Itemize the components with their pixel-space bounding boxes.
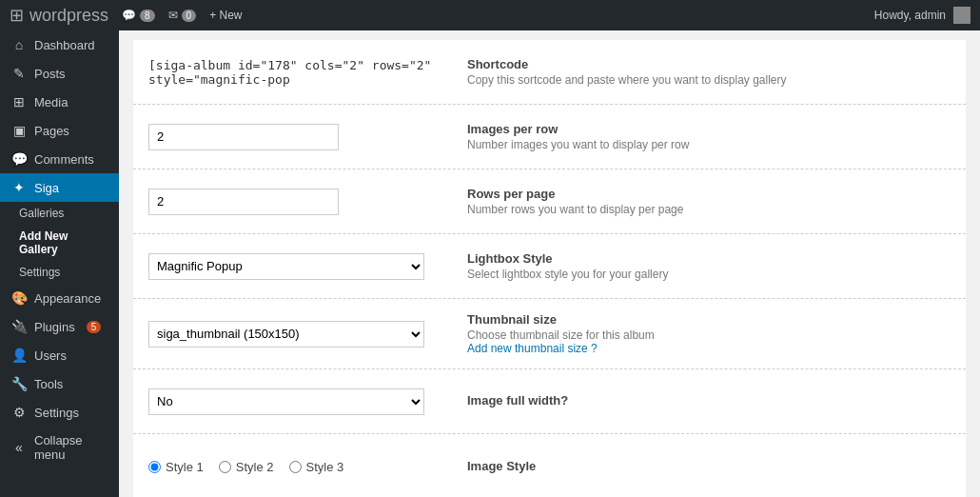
lightbox-style-select[interactable]: Magnific Popup FancyBox None (148, 253, 424, 280)
rows-per-page-row: Rows per page Number rows you want to di… (133, 169, 966, 234)
images-per-row-right: Images per row Number images you want to… (452, 105, 966, 169)
radio-style2-label: Style 2 (236, 460, 274, 474)
sidebar-item-dashboard[interactable]: ⌂ Dashboard (0, 30, 119, 59)
full-width-right: Image full width? (452, 369, 966, 433)
appearance-icon: 🎨 (11, 290, 27, 306)
sidebar-item-pages[interactable]: ▣ Pages (0, 116, 119, 145)
shortcode-desc: Copy this sortcode and paste where you w… (467, 73, 951, 87)
sidebar-item-settings-main[interactable]: ⚙ Settings (0, 398, 119, 427)
radio-style1-label: Style 1 (166, 460, 204, 474)
sidebar: ⌂ Dashboard ✎ Posts ⊞ Media ▣ Pages 💬 Co… (0, 30, 119, 497)
add-thumbnail-link[interactable]: Add new thumbnail size ? (467, 342, 951, 355)
content-area: [siga-album id="178" cols="2" rows="2" s… (119, 30, 980, 497)
thumbnail-size-left: siga_thumbnail (150x150) thumbnail (150x… (133, 299, 452, 368)
sidebar-item-plugins[interactable]: 🔌 Plugins 5 (0, 312, 119, 341)
lightbox-style-desc: Select lightbox style you for your galle… (467, 268, 951, 281)
thumbnail-size-select[interactable]: siga_thumbnail (150x150) thumbnail (150x… (148, 321, 424, 348)
radio-style1[interactable]: Style 1 (148, 460, 204, 474)
full-width-row: No Yes Image full width? (133, 369, 966, 434)
shortcode-right: Shortcode Copy this sortcode and paste w… (452, 40, 966, 104)
radio-style2-input[interactable] (219, 461, 231, 473)
sidebar-label-appearance: Appearance (34, 291, 101, 306)
form-table: [siga-album id="178" cols="2" rows="2" s… (133, 40, 966, 497)
sidebar-label-comments: Comments (34, 152, 94, 167)
sidebar-subitem-settings[interactable]: Settings (0, 261, 119, 284)
wp-logo[interactable]: ⊞ wordpress (10, 5, 108, 26)
collapse-icon: « (11, 440, 27, 455)
avatar (953, 7, 970, 24)
image-style-right: Image Style (452, 434, 966, 497)
image-style-row: Style 1 Style 2 Style 3 Image Style (133, 434, 966, 497)
topbar-left: ⊞ wordpress 💬 8 ✉ 0 + New (10, 5, 859, 26)
siga-icon: ✦ (11, 180, 27, 195)
posts-icon: ✎ (11, 66, 27, 81)
media-icon: ⊞ (11, 94, 27, 109)
radio-style1-input[interactable] (148, 461, 161, 473)
sidebar-item-users[interactable]: 👤 Users (0, 341, 119, 369)
sidebar-subitem-galleries[interactable]: Galleries (0, 202, 119, 225)
radio-style3-input[interactable] (289, 461, 302, 473)
images-per-row-left (133, 105, 452, 169)
howdy-label: Howdy, admin (874, 9, 946, 22)
new-label: + New (209, 9, 242, 22)
sidebar-label-posts: Posts (34, 67, 66, 81)
full-width-label: Image full width? (467, 393, 951, 408)
sidebar-item-media[interactable]: ⊞ Media (0, 88, 119, 116)
image-style-radio-group: Style 1 Style 2 Style 3 (148, 460, 343, 474)
rows-per-page-desc: Number rows you want to display per page (467, 203, 951, 216)
dashboard-icon: ⌂ (11, 37, 27, 52)
sidebar-label-media: Media (34, 95, 68, 109)
site-name[interactable]: wordpress (29, 6, 108, 26)
sidebar-item-tools[interactable]: 🔧 Tools (0, 369, 119, 398)
messages-count: 0 (182, 10, 197, 22)
pages-icon: ▣ (11, 123, 27, 138)
full-width-select[interactable]: No Yes (148, 388, 424, 415)
radio-style3[interactable]: Style 3 (289, 460, 344, 474)
images-per-row-spinner (148, 124, 339, 150)
message-icon: ✉ (168, 9, 178, 22)
shortcode-row: [siga-album id="178" cols="2" rows="2" s… (133, 40, 966, 105)
sidebar-item-posts[interactable]: ✎ Posts (0, 59, 119, 88)
thumbnail-size-desc: Choose thumbnail size for this album (467, 328, 951, 342)
plugins-icon: 🔌 (11, 319, 27, 334)
sidebar-subitem-add-new-gallery[interactable]: Add New Gallery (0, 225, 119, 261)
radio-style2[interactable]: Style 2 (219, 460, 274, 474)
main-wrapper: ⌂ Dashboard ✎ Posts ⊞ Media ▣ Pages 💬 Co… (0, 30, 980, 497)
image-style-label: Image Style (467, 459, 951, 473)
shortcode-left: [siga-album id="178" cols="2" rows="2" s… (133, 40, 452, 104)
new-button[interactable]: + New (209, 9, 242, 22)
full-width-left: No Yes (133, 369, 452, 433)
plugins-badge: 5 (87, 321, 102, 333)
sidebar-label-tools: Tools (34, 377, 63, 391)
tools-icon: 🔧 (11, 376, 27, 391)
thumbnail-size-row: siga_thumbnail (150x150) thumbnail (150x… (133, 299, 966, 369)
sidebar-item-siga[interactable]: ✦ Siga (0, 173, 119, 202)
sidebar-label-settings: Settings (34, 406, 79, 420)
lightbox-style-row: Magnific Popup FancyBox None Lightbox St… (133, 234, 966, 299)
shortcode-value: [siga-album id="178" cols="2" rows="2" s… (148, 58, 437, 87)
sidebar-label-collapse: Collapse menu (34, 433, 109, 462)
images-per-row-desc: Number images you want to display per ro… (467, 138, 951, 151)
comment-icon: 💬 (122, 9, 136, 22)
sidebar-item-comments[interactable]: 💬 Comments (0, 145, 119, 173)
rows-per-page-spinner (148, 189, 339, 215)
lightbox-style-left: Magnific Popup FancyBox None (133, 234, 452, 298)
sidebar-item-collapse[interactable]: « Collapse menu (0, 427, 119, 468)
lightbox-style-right: Lightbox Style Select lightbox style you… (452, 234, 966, 298)
sidebar-item-appearance[interactable]: 🎨 Appearance (0, 284, 119, 312)
rows-per-page-input[interactable] (148, 189, 339, 215)
lightbox-style-label: Lightbox Style (467, 251, 951, 266)
sidebar-label-plugins: Plugins (34, 320, 75, 334)
topbar-right: Howdy, admin (874, 7, 970, 24)
comments-count-item[interactable]: 💬 8 (122, 9, 155, 22)
comments-icon: 💬 (11, 151, 27, 167)
image-style-left: Style 1 Style 2 Style 3 (133, 434, 452, 497)
images-per-row-input[interactable] (148, 124, 339, 150)
rows-per-page-label: Rows per page (467, 187, 951, 201)
messages-count-item[interactable]: ✉ 0 (168, 9, 197, 22)
topbar: ⊞ wordpress 💬 8 ✉ 0 + New Howdy, admin (0, 0, 980, 30)
comments-count: 8 (140, 10, 155, 22)
sidebar-label-pages: Pages (34, 124, 69, 138)
sidebar-label-siga: Siga (34, 181, 59, 195)
sidebar-label-dashboard: Dashboard (34, 38, 95, 52)
